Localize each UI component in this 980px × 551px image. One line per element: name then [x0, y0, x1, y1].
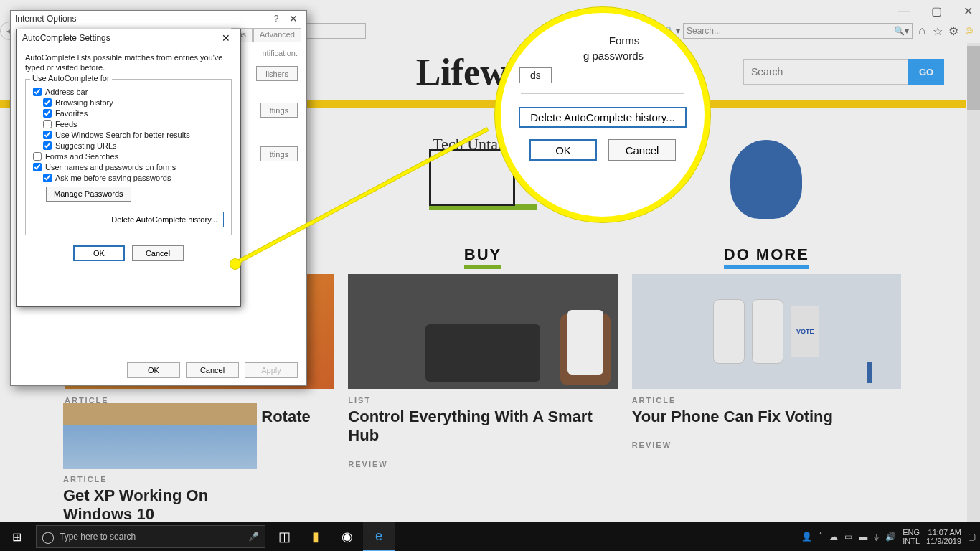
- category-buy[interactable]: BUY: [348, 245, 617, 264]
- use-autocomplete-for-group: Use AutoComplete for Address bar Browsin…: [25, 79, 232, 235]
- vertical-scrollbar[interactable]: [967, 43, 980, 522]
- autocomplete-settings-dialog: AutoComplete Settings ✕ AutoComplete lis…: [16, 29, 241, 307]
- checkbox-browsing-history[interactable]: Browsing history: [43, 98, 224, 107]
- mic-icon[interactable]: 🎤: [242, 532, 265, 542]
- manage-passwords-button[interactable]: Manage Passwords: [46, 187, 131, 202]
- do-more-article-thumb[interactable]: VOTE: [632, 274, 901, 389]
- io-cancel-button[interactable]: Cancel: [186, 362, 239, 378]
- maximize-button[interactable]: ▢: [931, 4, 942, 18]
- group-label: Use AutoComplete for: [30, 74, 112, 83]
- dialog-title: AutoComplete Settings: [22, 33, 217, 43]
- ie-window-controls: — ▢ ✕: [898, 0, 980, 22]
- publishers-button[interactable]: lishers: [256, 66, 298, 81]
- checkbox-forms-searches[interactable]: Forms and Searches: [33, 152, 224, 161]
- cancel-button[interactable]: Cancel: [132, 245, 184, 261]
- tray-volume-icon[interactable]: 🔊: [885, 532, 896, 542]
- minimize-button[interactable]: —: [898, 4, 910, 17]
- system-tray: 👤 ˄ ☁ ▭ ▬ ⏚ 🔊 ENGINTL 11:07 AM11/9/2019 …: [801, 528, 980, 545]
- search-placeholder: Search...: [687, 26, 721, 36]
- tray-notifications-icon[interactable]: ▢: [968, 532, 976, 542]
- article-title[interactable]: Get XP Working On Windows 10: [63, 486, 257, 524]
- magnified-cancel-button: Cancel: [608, 139, 676, 161]
- callout-dot: [230, 258, 241, 270]
- tray-battery-icon[interactable]: ▬: [859, 532, 867, 542]
- internet-explorer-icon[interactable]: e: [363, 522, 395, 551]
- tray-security-icon[interactable]: ▭: [844, 532, 852, 542]
- file-explorer-icon[interactable]: ▮: [300, 522, 331, 551]
- tray-clock[interactable]: 11:07 AM11/9/2019: [926, 528, 961, 545]
- dialog-title: Internet Options: [15, 14, 268, 24]
- tray-up-icon[interactable]: ˄: [819, 532, 823, 542]
- lifewire-go-button[interactable]: GO: [908, 59, 944, 85]
- tray-network-icon[interactable]: ⏚: [874, 532, 879, 542]
- chrome-icon[interactable]: ◉: [331, 522, 363, 551]
- category-do-more[interactable]: DO MORE: [632, 245, 901, 264]
- article-title[interactable]: Control Everything With A Smart Hub: [348, 408, 617, 446]
- windows-taskbar: ⊞ ◯ Type here to search 🎤 ◫ ▮ ◉ e 👤 ˄ ☁ …: [0, 522, 980, 551]
- article-kicker-2: REVIEW: [348, 460, 617, 468]
- checkbox-ask-before-saving[interactable]: Ask me before saving passwords: [43, 174, 224, 182]
- article-kicker: ARTICLE: [632, 396, 901, 405]
- magnified-ok-button: OK: [529, 139, 597, 161]
- close-button[interactable]: ✕: [285, 13, 302, 24]
- start-button[interactable]: ⊞: [0, 530, 33, 544]
- article-title[interactable]: Your Phone Can Fix Voting: [632, 408, 901, 426]
- checkbox-windows-search[interactable]: Use Windows Search for better results: [43, 131, 224, 139]
- autocomplete-description: AutoComplete lists possible matches from…: [25, 52, 232, 73]
- tray-people-icon[interactable]: 👤: [801, 532, 812, 542]
- magnified-delete-history-button: Delete AutoComplete history...: [519, 107, 687, 128]
- settings-button-2[interactable]: ttings: [260, 146, 298, 161]
- favorites-icon[interactable]: ☆: [931, 24, 944, 38]
- checkbox-address-bar[interactable]: Address bar: [33, 88, 224, 96]
- tab-advanced[interactable]: Advanced: [253, 28, 301, 42]
- tray-language[interactable]: ENGINTL: [903, 528, 920, 545]
- ie-search-box[interactable]: Search... 🔍▾: [683, 23, 913, 39]
- peek-thumb[interactable]: [63, 403, 257, 469]
- lifewire-search-input[interactable]: [743, 59, 908, 85]
- io-apply-button: Apply: [245, 362, 298, 378]
- io-ok-button[interactable]: OK: [127, 362, 180, 378]
- search-icon[interactable]: 🔍▾: [894, 26, 909, 36]
- close-button[interactable]: ✕: [963, 4, 973, 18]
- buy-article-thumb[interactable]: [348, 274, 617, 389]
- tools-icon[interactable]: ⚙: [947, 24, 960, 38]
- settings-button-1[interactable]: ttings: [260, 103, 298, 118]
- home-icon[interactable]: ⌂: [915, 24, 928, 37]
- article-kicker: LIST: [348, 396, 617, 405]
- taskbar-search-placeholder: Type here to search: [60, 532, 136, 542]
- feedback-icon[interactable]: ☺: [963, 24, 976, 37]
- magnifier-callout: Forms g passwords ds Delete AutoComplete…: [495, 7, 710, 222]
- checkbox-favorites[interactable]: Favorites: [43, 109, 224, 118]
- article-kicker-2: REVIEW: [632, 441, 901, 449]
- ok-button[interactable]: OK: [73, 245, 125, 261]
- taskbar-search[interactable]: ◯ Type here to search 🎤: [36, 525, 265, 548]
- delete-autocomplete-history-button[interactable]: Delete AutoComplete history...: [105, 212, 224, 227]
- checkbox-suggesting-urls[interactable]: Suggesting URLs: [43, 141, 224, 150]
- cortana-icon[interactable]: ◯: [37, 530, 60, 544]
- close-button[interactable]: ✕: [217, 32, 235, 44]
- checkbox-feeds[interactable]: Feeds: [43, 120, 224, 128]
- checkbox-usernames-passwords[interactable]: User names and passwords on forms: [33, 163, 224, 171]
- help-button[interactable]: ?: [268, 14, 285, 24]
- tray-onedrive-icon[interactable]: ☁: [829, 532, 838, 542]
- article-kicker: ARTICLE: [63, 475, 257, 484]
- task-view-icon[interactable]: ◫: [268, 522, 300, 551]
- left-peek-card: ARTICLE Get XP Working On Windows 10 ART…: [63, 359, 257, 550]
